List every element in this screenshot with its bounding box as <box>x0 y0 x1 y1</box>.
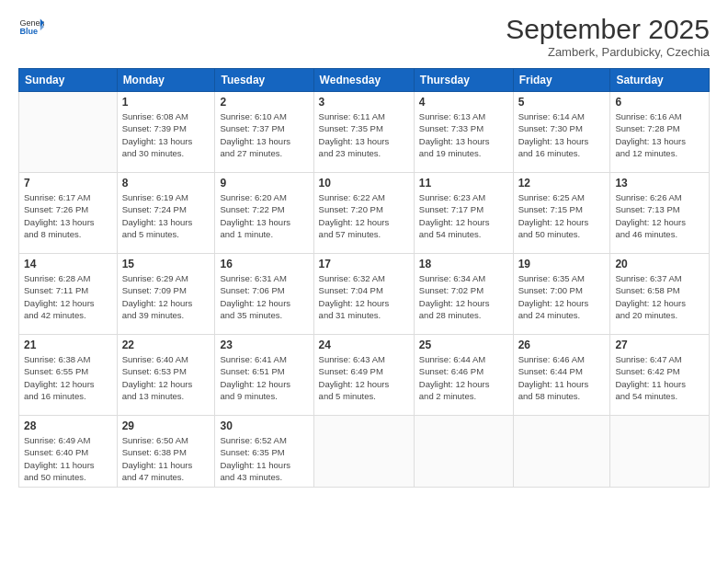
day-number: 7 <box>24 177 112 190</box>
header-monday: Monday <box>117 69 215 92</box>
table-row: 13Sunrise: 6:26 AMSunset: 7:13 PMDayligh… <box>610 173 710 254</box>
day-info: Sunrise: 6:31 AMSunset: 7:06 PMDaylight:… <box>220 272 308 321</box>
calendar-header-row: Sunday Monday Tuesday Wednesday Thursday… <box>19 69 710 92</box>
table-row: 16Sunrise: 6:31 AMSunset: 7:06 PMDayligh… <box>215 254 313 335</box>
day-info: Sunrise: 6:52 AMSunset: 6:35 PMDaylight:… <box>220 434 308 483</box>
day-info: Sunrise: 6:37 AMSunset: 6:58 PMDaylight:… <box>615 272 704 321</box>
header-thursday: Thursday <box>414 69 513 92</box>
table-row <box>313 416 414 488</box>
day-info: Sunrise: 6:08 AMSunset: 7:39 PMDaylight:… <box>122 110 210 159</box>
logo: General Blue <box>18 14 44 40</box>
table-row: 11Sunrise: 6:23 AMSunset: 7:17 PMDayligh… <box>414 173 513 254</box>
day-number: 28 <box>24 419 112 432</box>
day-info: Sunrise: 6:50 AMSunset: 6:38 PMDaylight:… <box>122 434 210 483</box>
day-info: Sunrise: 6:43 AMSunset: 6:49 PMDaylight:… <box>319 353 409 402</box>
header-wednesday: Wednesday <box>313 69 414 92</box>
day-info: Sunrise: 6:13 AMSunset: 7:33 PMDaylight:… <box>419 110 508 159</box>
table-row: 19Sunrise: 6:35 AMSunset: 7:00 PMDayligh… <box>513 254 610 335</box>
table-row: 1Sunrise: 6:08 AMSunset: 7:39 PMDaylight… <box>117 92 215 173</box>
day-info: Sunrise: 6:38 AMSunset: 6:55 PMDaylight:… <box>24 353 112 402</box>
header-saturday: Saturday <box>610 69 710 92</box>
day-info: Sunrise: 6:35 AMSunset: 7:00 PMDaylight:… <box>518 272 606 321</box>
day-number: 1 <box>122 96 210 109</box>
page-header: General Blue September 2025 Zamberk, Par… <box>18 14 710 59</box>
table-row: 12Sunrise: 6:25 AMSunset: 7:15 PMDayligh… <box>513 173 610 254</box>
table-row: 18Sunrise: 6:34 AMSunset: 7:02 PMDayligh… <box>414 254 513 335</box>
day-info: Sunrise: 6:41 AMSunset: 6:51 PMDaylight:… <box>220 353 308 402</box>
day-info: Sunrise: 6:22 AMSunset: 7:20 PMDaylight:… <box>319 191 409 240</box>
table-row: 26Sunrise: 6:46 AMSunset: 6:44 PMDayligh… <box>513 335 610 416</box>
table-row: 21Sunrise: 6:38 AMSunset: 6:55 PMDayligh… <box>19 335 118 416</box>
day-number: 21 <box>24 339 112 351</box>
month-title: September 2025 <box>506 14 710 45</box>
day-info: Sunrise: 6:40 AMSunset: 6:53 PMDaylight:… <box>122 353 210 402</box>
day-number: 17 <box>319 258 409 270</box>
table-row: 8Sunrise: 6:19 AMSunset: 7:24 PMDaylight… <box>117 173 215 254</box>
day-info: Sunrise: 6:26 AMSunset: 7:13 PMDaylight:… <box>615 191 704 240</box>
day-info: Sunrise: 6:34 AMSunset: 7:02 PMDaylight:… <box>419 272 508 321</box>
table-row: 17Sunrise: 6:32 AMSunset: 7:04 PMDayligh… <box>313 254 414 335</box>
day-number: 11 <box>419 177 508 190</box>
day-info: Sunrise: 6:16 AMSunset: 7:28 PMDaylight:… <box>615 110 704 159</box>
header-tuesday: Tuesday <box>215 69 313 92</box>
day-info: Sunrise: 6:28 AMSunset: 7:11 PMDaylight:… <box>24 272 112 321</box>
header-friday: Friday <box>513 69 610 92</box>
table-row: 5Sunrise: 6:14 AMSunset: 7:30 PMDaylight… <box>513 92 610 173</box>
day-info: Sunrise: 6:25 AMSunset: 7:15 PMDaylight:… <box>518 191 606 240</box>
table-row: 30Sunrise: 6:52 AMSunset: 6:35 PMDayligh… <box>215 416 313 488</box>
table-row <box>414 416 513 488</box>
day-info: Sunrise: 6:44 AMSunset: 6:46 PMDaylight:… <box>419 353 508 402</box>
table-row: 23Sunrise: 6:41 AMSunset: 6:51 PMDayligh… <box>215 335 313 416</box>
table-row: 24Sunrise: 6:43 AMSunset: 6:49 PMDayligh… <box>313 335 414 416</box>
day-number: 20 <box>615 258 704 270</box>
table-row: 10Sunrise: 6:22 AMSunset: 7:20 PMDayligh… <box>313 173 414 254</box>
day-info: Sunrise: 6:23 AMSunset: 7:17 PMDaylight:… <box>419 191 508 240</box>
table-row: 3Sunrise: 6:11 AMSunset: 7:35 PMDaylight… <box>313 92 414 173</box>
day-number: 24 <box>319 339 409 351</box>
table-row: 27Sunrise: 6:47 AMSunset: 6:42 PMDayligh… <box>610 335 710 416</box>
logo-icon: General Blue <box>18 14 44 40</box>
day-number: 19 <box>518 258 606 270</box>
day-info: Sunrise: 6:49 AMSunset: 6:40 PMDaylight:… <box>24 434 112 483</box>
table-row: 9Sunrise: 6:20 AMSunset: 7:22 PMDaylight… <box>215 173 313 254</box>
day-info: Sunrise: 6:11 AMSunset: 7:35 PMDaylight:… <box>319 110 409 159</box>
day-info: Sunrise: 6:14 AMSunset: 7:30 PMDaylight:… <box>518 110 606 159</box>
day-number: 8 <box>122 177 210 190</box>
day-number: 13 <box>615 177 704 190</box>
day-info: Sunrise: 6:46 AMSunset: 6:44 PMDaylight:… <box>518 353 606 402</box>
table-row: 15Sunrise: 6:29 AMSunset: 7:09 PMDayligh… <box>117 254 215 335</box>
day-number: 9 <box>220 177 308 190</box>
table-row <box>19 92 118 173</box>
day-number: 16 <box>220 258 308 270</box>
day-number: 5 <box>518 96 606 109</box>
table-row: 20Sunrise: 6:37 AMSunset: 6:58 PMDayligh… <box>610 254 710 335</box>
table-row: 25Sunrise: 6:44 AMSunset: 6:46 PMDayligh… <box>414 335 513 416</box>
day-number: 29 <box>122 419 210 432</box>
day-number: 30 <box>220 419 308 432</box>
table-row: 2Sunrise: 6:10 AMSunset: 7:37 PMDaylight… <box>215 92 313 173</box>
day-number: 14 <box>24 258 112 270</box>
day-info: Sunrise: 6:47 AMSunset: 6:42 PMDaylight:… <box>615 353 704 402</box>
day-info: Sunrise: 6:19 AMSunset: 7:24 PMDaylight:… <box>122 191 210 240</box>
table-row: 22Sunrise: 6:40 AMSunset: 6:53 PMDayligh… <box>117 335 215 416</box>
table-row: 14Sunrise: 6:28 AMSunset: 7:11 PMDayligh… <box>19 254 118 335</box>
day-number: 27 <box>615 339 704 351</box>
day-number: 26 <box>518 339 606 351</box>
day-info: Sunrise: 6:17 AMSunset: 7:26 PMDaylight:… <box>24 191 112 240</box>
day-info: Sunrise: 6:29 AMSunset: 7:09 PMDaylight:… <box>122 272 210 321</box>
calendar-table: Sunday Monday Tuesday Wednesday Thursday… <box>18 68 710 488</box>
table-row: 7Sunrise: 6:17 AMSunset: 7:26 PMDaylight… <box>19 173 118 254</box>
day-number: 22 <box>122 339 210 351</box>
day-number: 10 <box>319 177 409 190</box>
table-row: 28Sunrise: 6:49 AMSunset: 6:40 PMDayligh… <box>19 416 118 488</box>
table-row: 4Sunrise: 6:13 AMSunset: 7:33 PMDaylight… <box>414 92 513 173</box>
day-number: 25 <box>419 339 508 351</box>
header-sunday: Sunday <box>19 69 118 92</box>
table-row: 29Sunrise: 6:50 AMSunset: 6:38 PMDayligh… <box>117 416 215 488</box>
title-block: September 2025 Zamberk, Pardubicky, Czec… <box>506 14 710 59</box>
day-number: 2 <box>220 96 308 109</box>
day-info: Sunrise: 6:10 AMSunset: 7:37 PMDaylight:… <box>220 110 308 159</box>
table-row: 6Sunrise: 6:16 AMSunset: 7:28 PMDaylight… <box>610 92 710 173</box>
table-row <box>610 416 710 488</box>
day-number: 18 <box>419 258 508 270</box>
